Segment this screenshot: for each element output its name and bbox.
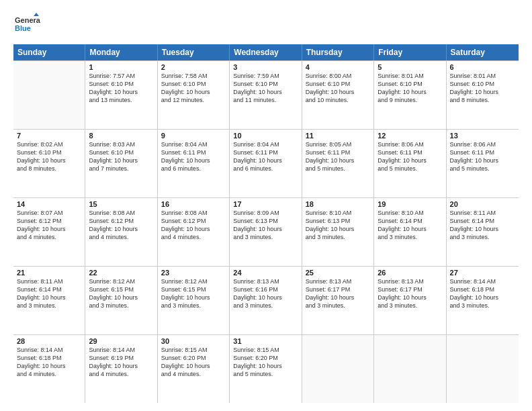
day-cell: 21Sunrise: 8:11 AM Sunset: 6:14 PM Dayli… bbox=[13, 267, 85, 334]
day-number: 15 bbox=[89, 200, 153, 208]
day-info: Sunrise: 8:13 AM Sunset: 6:17 PM Dayligh… bbox=[306, 277, 370, 310]
day-info: Sunrise: 8:07 AM Sunset: 6:12 PM Dayligh… bbox=[17, 209, 81, 242]
day-info: Sunrise: 7:58 AM Sunset: 6:10 PM Dayligh… bbox=[161, 72, 226, 105]
day-info: Sunrise: 8:02 AM Sunset: 6:10 PM Dayligh… bbox=[17, 140, 81, 173]
day-number: 11 bbox=[306, 132, 370, 140]
day-number: 18 bbox=[306, 200, 370, 208]
day-number: 12 bbox=[378, 132, 442, 140]
day-number: 21 bbox=[17, 269, 81, 277]
day-info: Sunrise: 8:12 AM Sunset: 6:15 PM Dayligh… bbox=[89, 277, 153, 310]
day-number: 24 bbox=[233, 269, 298, 277]
day-info: Sunrise: 8:01 AM Sunset: 6:10 PM Dayligh… bbox=[450, 72, 515, 105]
day-info: Sunrise: 8:06 AM Sunset: 6:11 PM Dayligh… bbox=[450, 140, 515, 173]
empty-cell bbox=[447, 335, 519, 403]
day-cell: 27Sunrise: 8:14 AM Sunset: 6:18 PM Dayli… bbox=[447, 267, 519, 334]
day-number: 4 bbox=[306, 63, 370, 71]
weekday-header: Tuesday bbox=[158, 44, 230, 60]
day-info: Sunrise: 8:04 AM Sunset: 6:11 PM Dayligh… bbox=[161, 140, 226, 173]
weekday-header: Monday bbox=[85, 44, 157, 60]
day-cell: 24Sunrise: 8:13 AM Sunset: 6:16 PM Dayli… bbox=[230, 267, 302, 334]
day-info: Sunrise: 8:08 AM Sunset: 6:12 PM Dayligh… bbox=[161, 209, 226, 242]
day-info: Sunrise: 8:14 AM Sunset: 6:18 PM Dayligh… bbox=[450, 277, 515, 310]
day-info: Sunrise: 8:15 AM Sunset: 6:20 PM Dayligh… bbox=[161, 346, 226, 379]
weekday-header: Friday bbox=[374, 44, 446, 60]
day-cell: 25Sunrise: 8:13 AM Sunset: 6:17 PM Dayli… bbox=[302, 267, 374, 334]
day-number: 30 bbox=[161, 337, 226, 345]
svg-marker-2 bbox=[34, 13, 39, 16]
day-info: Sunrise: 8:06 AM Sunset: 6:11 PM Dayligh… bbox=[378, 140, 442, 173]
day-number: 8 bbox=[89, 132, 153, 140]
day-info: Sunrise: 8:04 AM Sunset: 6:11 PM Dayligh… bbox=[233, 140, 298, 173]
day-number: 14 bbox=[17, 200, 81, 208]
day-number: 31 bbox=[233, 337, 298, 345]
day-number: 22 bbox=[89, 269, 153, 277]
day-number: 2 bbox=[161, 63, 226, 71]
day-cell: 14Sunrise: 8:07 AM Sunset: 6:12 PM Dayli… bbox=[13, 198, 85, 266]
day-info: Sunrise: 8:14 AM Sunset: 6:18 PM Dayligh… bbox=[17, 346, 81, 379]
weekday-header: Saturday bbox=[447, 44, 519, 60]
day-cell: 18Sunrise: 8:10 AM Sunset: 6:13 PM Dayli… bbox=[302, 198, 374, 266]
day-cell: 6Sunrise: 8:01 AM Sunset: 6:10 PM Daylig… bbox=[447, 61, 519, 129]
day-number: 25 bbox=[306, 269, 370, 277]
calendar-header: SundayMondayTuesdayWednesdayThursdayFrid… bbox=[13, 44, 519, 60]
day-info: Sunrise: 8:00 AM Sunset: 6:10 PM Dayligh… bbox=[306, 72, 370, 105]
empty-cell bbox=[302, 335, 374, 403]
day-number: 28 bbox=[17, 337, 81, 345]
day-cell: 28Sunrise: 8:14 AM Sunset: 6:18 PM Dayli… bbox=[13, 335, 85, 403]
day-cell: 26Sunrise: 8:13 AM Sunset: 6:17 PM Dayli… bbox=[374, 267, 446, 334]
svg-text:General: General bbox=[15, 16, 40, 24]
day-cell: 13Sunrise: 8:06 AM Sunset: 6:11 PM Dayli… bbox=[447, 130, 519, 197]
day-info: Sunrise: 8:01 AM Sunset: 6:10 PM Dayligh… bbox=[378, 72, 442, 105]
day-number: 3 bbox=[233, 63, 298, 71]
day-info: Sunrise: 7:59 AM Sunset: 6:10 PM Dayligh… bbox=[233, 72, 298, 105]
day-number: 10 bbox=[233, 132, 298, 140]
day-info: Sunrise: 8:03 AM Sunset: 6:10 PM Dayligh… bbox=[89, 140, 153, 173]
day-info: Sunrise: 7:57 AM Sunset: 6:10 PM Dayligh… bbox=[89, 72, 153, 105]
header: General Blue bbox=[13, 12, 519, 38]
day-cell: 15Sunrise: 8:08 AM Sunset: 6:12 PM Dayli… bbox=[85, 198, 157, 266]
day-info: Sunrise: 8:11 AM Sunset: 6:14 PM Dayligh… bbox=[17, 277, 81, 310]
day-cell: 22Sunrise: 8:12 AM Sunset: 6:15 PM Dayli… bbox=[85, 267, 157, 334]
day-number: 26 bbox=[378, 269, 442, 277]
day-cell: 2Sunrise: 7:58 AM Sunset: 6:10 PM Daylig… bbox=[158, 61, 230, 129]
calendar-row: 1Sunrise: 7:57 AM Sunset: 6:10 PM Daylig… bbox=[13, 61, 519, 130]
day-info: Sunrise: 8:12 AM Sunset: 6:15 PM Dayligh… bbox=[161, 277, 226, 310]
day-cell: 20Sunrise: 8:11 AM Sunset: 6:14 PM Dayli… bbox=[447, 198, 519, 266]
day-cell: 17Sunrise: 8:09 AM Sunset: 6:13 PM Dayli… bbox=[230, 198, 302, 266]
day-info: Sunrise: 8:14 AM Sunset: 6:19 PM Dayligh… bbox=[89, 346, 153, 379]
day-info: Sunrise: 8:10 AM Sunset: 6:14 PM Dayligh… bbox=[378, 209, 442, 242]
day-info: Sunrise: 8:08 AM Sunset: 6:12 PM Dayligh… bbox=[89, 209, 153, 242]
weekday-header: Sunday bbox=[13, 44, 85, 60]
calendar-row: 7Sunrise: 8:02 AM Sunset: 6:10 PM Daylig… bbox=[13, 130, 519, 198]
day-cell: 5Sunrise: 8:01 AM Sunset: 6:10 PM Daylig… bbox=[374, 61, 446, 129]
logo: General Blue bbox=[13, 12, 39, 38]
day-number: 13 bbox=[450, 132, 515, 140]
day-number: 20 bbox=[450, 200, 515, 208]
calendar-row: 21Sunrise: 8:11 AM Sunset: 6:14 PM Dayli… bbox=[13, 267, 519, 335]
day-number: 17 bbox=[233, 200, 298, 208]
day-info: Sunrise: 8:13 AM Sunset: 6:16 PM Dayligh… bbox=[233, 277, 298, 310]
day-cell: 7Sunrise: 8:02 AM Sunset: 6:10 PM Daylig… bbox=[13, 130, 85, 197]
empty-cell bbox=[374, 335, 446, 403]
day-info: Sunrise: 8:15 AM Sunset: 6:20 PM Dayligh… bbox=[233, 346, 298, 379]
day-cell: 3Sunrise: 7:59 AM Sunset: 6:10 PM Daylig… bbox=[230, 61, 302, 129]
day-number: 27 bbox=[450, 269, 515, 277]
weekday-header: Thursday bbox=[302, 44, 374, 60]
day-cell: 23Sunrise: 8:12 AM Sunset: 6:15 PM Dayli… bbox=[158, 267, 230, 334]
calendar-body: 1Sunrise: 7:57 AM Sunset: 6:10 PM Daylig… bbox=[13, 60, 519, 403]
svg-text:Blue: Blue bbox=[15, 24, 31, 32]
day-info: Sunrise: 8:10 AM Sunset: 6:13 PM Dayligh… bbox=[306, 209, 370, 242]
day-number: 23 bbox=[161, 269, 226, 277]
page: General Blue SundayMondayTuesdayWednesda… bbox=[0, 0, 532, 411]
day-cell: 16Sunrise: 8:08 AM Sunset: 6:12 PM Dayli… bbox=[158, 198, 230, 266]
empty-cell bbox=[13, 61, 85, 129]
day-info: Sunrise: 8:09 AM Sunset: 6:13 PM Dayligh… bbox=[233, 209, 298, 242]
day-number: 19 bbox=[378, 200, 442, 208]
day-number: 16 bbox=[161, 200, 226, 208]
day-number: 9 bbox=[161, 132, 226, 140]
calendar: SundayMondayTuesdayWednesdayThursdayFrid… bbox=[13, 44, 519, 403]
day-cell: 10Sunrise: 8:04 AM Sunset: 6:11 PM Dayli… bbox=[230, 130, 302, 197]
day-cell: 11Sunrise: 8:05 AM Sunset: 6:11 PM Dayli… bbox=[302, 130, 374, 197]
calendar-row: 14Sunrise: 8:07 AM Sunset: 6:12 PM Dayli… bbox=[13, 198, 519, 267]
day-cell: 8Sunrise: 8:03 AM Sunset: 6:10 PM Daylig… bbox=[85, 130, 157, 197]
